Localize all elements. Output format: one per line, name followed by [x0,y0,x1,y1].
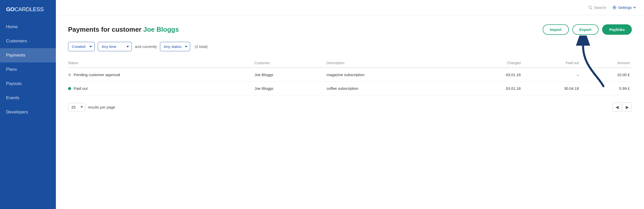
svg-line-1 [591,8,592,9]
row2-description: coffee subscription [327,82,464,95]
import-button[interactable]: Import [543,24,569,35]
search-label: Search [594,5,606,10]
settings-button[interactable]: Settings [612,5,636,10]
header-actions: Import Export Paylinks [543,24,632,35]
search-icon [588,6,592,10]
customer-name: Joe Bloggs [143,26,179,33]
payments-table: Status Customer Description Charged Paid… [68,58,632,95]
page-header: Payments for customer Joe Bloggs Import … [68,24,632,35]
sidebar: GOCARDLESS Home Customers Payments Plans… [0,0,56,209]
total-count: (2 total) [195,44,208,49]
export-button[interactable]: Export [572,24,599,35]
col-charged: Charged [464,58,523,68]
row1-charged: 03.01.18 [464,68,523,82]
row2-amount: 5.99 £ [581,82,632,95]
col-customer: Customer [254,58,327,68]
row2-paid-out: 30.04.18 [523,82,581,95]
topbar: Search Settings [56,0,644,15]
sidebar-item-developers[interactable]: Developers [0,105,56,119]
sidebar-item-payouts[interactable]: Payouts [0,77,56,91]
col-amount: Amount [581,58,632,68]
sidebar-item-customers[interactable]: Customers [0,34,56,48]
logo-go: GO [6,6,14,12]
col-description: Description [327,58,464,68]
table-row[interactable]: Pending customer approval Joe Bloggs mag… [68,68,632,82]
created-filter[interactable]: Created Updated [68,42,95,51]
status-dot-paid [68,87,71,90]
row2-status: Paid out [68,82,254,95]
col-status: Status [68,58,254,68]
row1-description: magazine subscription [327,68,464,82]
per-page-select[interactable]: 25 50 100 [68,103,85,111]
gear-icon [612,5,617,10]
pagination-controls: ◀ ▶ [613,102,632,112]
page-title-prefix: Payments for customer [68,26,143,33]
per-page-label: results per page [88,105,115,109]
page-title: Payments for customer Joe Bloggs [68,26,179,33]
row2-charged: 03.01.18 [464,82,523,95]
status-dot-pending [68,73,71,76]
status-filter[interactable]: Any status Pending Paid out Failed Cance… [160,42,190,51]
chevron-down-icon [633,7,636,8]
filter-connector: and currently [135,44,157,49]
pagination-row: 25 50 100 results per page ◀ ▶ [68,102,632,112]
sidebar-item-home[interactable]: Home [0,20,56,34]
row1-amount: 10.00 £ [581,68,632,82]
col-paid-out: Paid out [523,58,581,68]
time-filter[interactable]: Any time Today Last 7 days Last 30 days [98,42,132,51]
sidebar-item-events[interactable]: Events [0,91,56,105]
main-area: Search Settings Payments for customer Jo… [56,0,644,209]
per-page-control: 25 50 100 results per page [68,103,115,111]
row2-customer: Joe Bloggs [254,82,327,95]
row1-paid-out: – [523,68,581,82]
filters-row: Created Updated Any time Today Last 7 da… [68,42,632,51]
sidebar-item-payments[interactable]: Payments [0,48,56,62]
settings-label: Settings [618,5,632,10]
table-row[interactable]: Paid out Joe Bloggs coffee subscription … [68,82,632,95]
next-page-button[interactable]: ▶ [623,102,632,112]
paylinks-button[interactable]: Paylinks [602,24,632,35]
search-button[interactable]: Search [588,5,606,10]
row1-status: Pending customer approval [68,68,254,82]
sidebar-item-plans[interactable]: Plans [0,62,56,77]
logo-cardless: CARDLESS [14,6,44,12]
svg-point-2 [614,7,615,8]
prev-page-button[interactable]: ◀ [613,102,622,112]
logo: GOCARDLESS [0,0,56,20]
row1-customer: Joe Bloggs [254,68,327,82]
content-area: Payments for customer Joe Bloggs Import … [56,15,644,209]
